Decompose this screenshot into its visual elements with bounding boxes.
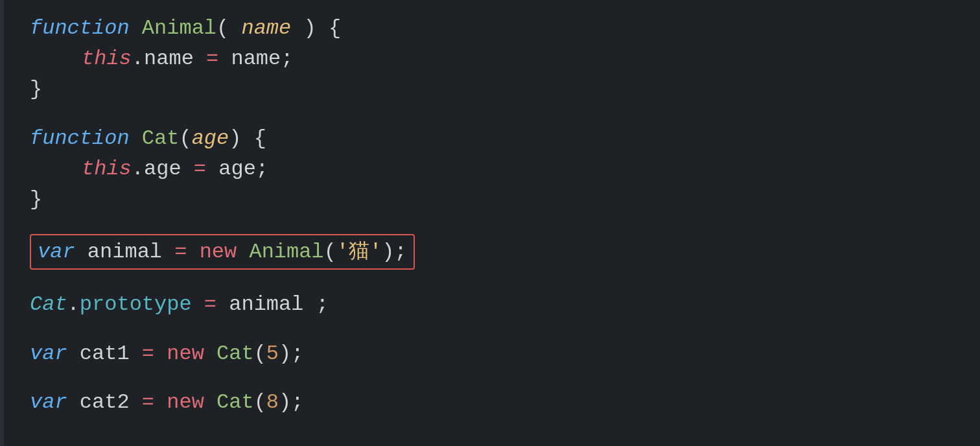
param-name: name [241, 14, 291, 42]
paren-close-4: ); [279, 340, 303, 368]
spacer-5 [30, 369, 954, 387]
paren-close-2: ) { [229, 124, 266, 152]
keyword-function-2: function [30, 124, 130, 152]
dot-prototype: . [67, 290, 80, 318]
paren-open-2: ( [179, 124, 191, 152]
space-new [187, 238, 199, 266]
keyword-function: function [30, 14, 130, 42]
number-5: 5 [266, 340, 279, 368]
keyword-var-2: var [30, 340, 67, 368]
code-line-4: function Cat ( age ) { [30, 123, 954, 154]
code-line-2: this .name = name; [30, 43, 954, 74]
brace-close-2: } [30, 185, 42, 213]
paren-open: ( [216, 14, 241, 42]
code-line-1: function Animal ( name ) { [30, 13, 954, 43]
paren-close-5: ); [279, 388, 303, 416]
operator-eq-2: = [194, 155, 206, 183]
brace-close-1: } [30, 75, 42, 103]
function-name-cat: Cat [142, 124, 180, 152]
spacer-4 [30, 320, 954, 338]
code-line-8: Cat . prototype = animal ; [30, 289, 954, 320]
code-editor: function Animal ( name ) { this .name = … [4, 0, 980, 446]
keyword-this-1: this [82, 45, 132, 73]
param-age: age [192, 124, 229, 152]
space-cat2 [204, 388, 216, 416]
keyword-this-2: this [82, 155, 132, 183]
value-name: name; [218, 45, 293, 73]
value-animal: animal ; [216, 290, 329, 318]
operator-eq-6: = [142, 388, 154, 416]
space-new-2 [154, 340, 167, 368]
space-proto [192, 290, 204, 318]
keyword-new-3: new [167, 388, 204, 416]
keyword-var-1: var [38, 238, 75, 266]
code-line-6: } [30, 184, 954, 215]
var-animal: animal [75, 238, 175, 266]
code-line-5: this .age = age; [30, 154, 954, 184]
dot-name: .name [132, 45, 206, 73]
fn-cat-call-1: Cat [216, 340, 254, 368]
space-animal [237, 238, 249, 266]
operator-eq-4: = [204, 290, 216, 318]
function-name-animal: Animal [142, 14, 216, 42]
number-8: 8 [266, 388, 279, 416]
highlighted-statement: var animal = new Animal ( '猫' ); [30, 234, 415, 270]
space-new-3 [154, 388, 167, 416]
keyword-new-1: new [200, 238, 237, 266]
spacer-1 [30, 105, 954, 123]
var-cat2: cat2 [67, 388, 142, 416]
fn-animal-call: Animal [249, 238, 323, 266]
operator-eq-5: = [142, 340, 154, 368]
paren-open-4: ( [254, 340, 266, 368]
code-line-3: } [30, 74, 954, 104]
string-cat: '猫' [336, 238, 382, 266]
paren-close-3: ); [382, 238, 406, 266]
fn-cat-call-2: Cat [216, 388, 254, 416]
code-line-7: var animal = new Animal ( '猫' ); [30, 233, 954, 271]
operator-eq-3: = [174, 238, 187, 266]
spacer-3 [30, 271, 954, 289]
code-line-9: var cat1 = new Cat ( 5 ); [30, 338, 954, 369]
spacer-2 [30, 215, 954, 233]
operator-eq-1: = [206, 45, 218, 73]
keyword-new-2: new [167, 340, 204, 368]
code-line-10: var cat2 = new Cat ( 8 ); [30, 387, 954, 417]
paren-open-3: ( [324, 238, 336, 266]
keyword-var-3: var [30, 388, 67, 416]
dot-age: .age [132, 155, 194, 183]
code-block: function Animal ( name ) { this .name = … [30, 13, 954, 417]
paren-open-5: ( [254, 388, 266, 416]
var-cat1: cat1 [67, 340, 142, 368]
space-cat1 [204, 340, 216, 368]
space-2 [130, 124, 142, 152]
paren-close: ) { [291, 14, 341, 42]
value-age: age; [206, 155, 268, 183]
space [130, 14, 142, 42]
prototype-keyword: prototype [80, 290, 192, 318]
cat-proto-label: Cat [30, 290, 67, 318]
